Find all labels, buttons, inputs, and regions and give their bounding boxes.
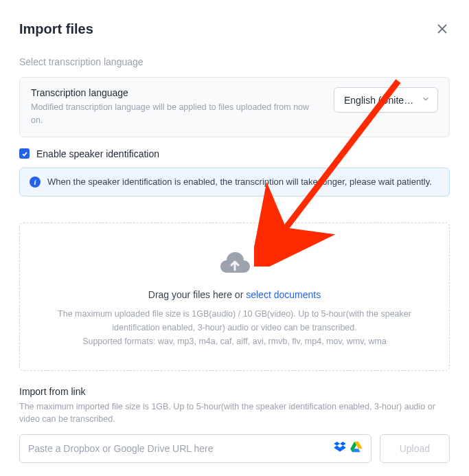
dropzone-text: Drag your files here or select documents [34, 289, 435, 300]
upload-button[interactable]: Upload [380, 434, 450, 463]
page-title: Import files [19, 21, 93, 37]
select-documents-link[interactable]: select documents [246, 289, 321, 300]
url-input-container [19, 434, 371, 463]
import-link-title: Import from link [19, 386, 450, 397]
file-dropzone[interactable]: Drag your files here or select documents… [19, 223, 450, 371]
url-input[interactable] [28, 443, 334, 454]
speaker-id-label: Enable speaker identification [36, 148, 159, 159]
google-drive-icon [350, 442, 363, 455]
cloud-upload-icon [34, 249, 435, 277]
close-icon [437, 24, 447, 34]
speaker-id-checkbox[interactable] [19, 148, 30, 159]
info-banner: i When the speaker identification is ena… [19, 168, 450, 196]
close-button[interactable] [435, 19, 450, 38]
language-desc: Modified transcription language will be … [31, 101, 321, 127]
info-icon: i [30, 177, 41, 188]
info-text: When the speaker identification is enabl… [47, 177, 432, 187]
dropzone-formats-desc: Supported formats: wav, mp3, m4a, caf, a… [34, 335, 435, 348]
language-box: Transcription language Modified transcri… [19, 77, 450, 137]
import-link-desc: The maximum imported file size is 1GB. U… [19, 400, 450, 427]
dropbox-icon [334, 442, 346, 455]
section-label: Select transcription language [19, 56, 450, 67]
chevron-down-icon [421, 94, 431, 106]
language-select-value: English (United … [344, 95, 415, 106]
dropzone-max-desc: The maximum uploaded file size is 1GB(au… [34, 307, 435, 335]
language-title: Transcription language [31, 87, 321, 98]
language-select[interactable]: English (United … [334, 87, 438, 113]
